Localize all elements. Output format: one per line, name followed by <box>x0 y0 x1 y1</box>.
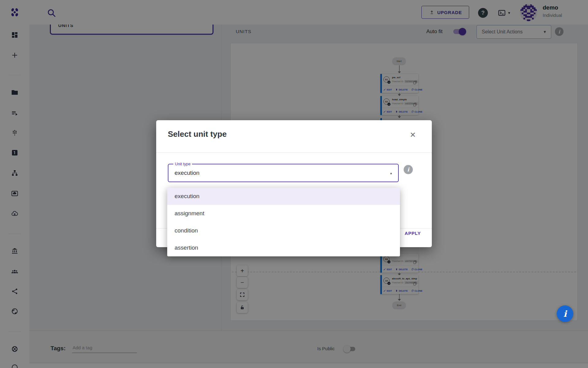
info-icon: i <box>564 309 567 319</box>
option-execution[interactable]: execution <box>167 188 400 205</box>
unit-type-info-button[interactable]: i <box>404 165 413 174</box>
option-condition[interactable]: condition <box>167 222 400 239</box>
dropdown-arrow-icon: ▲ <box>390 171 393 175</box>
info-icon: i <box>407 167 409 173</box>
close-button[interactable]: ✕ <box>410 131 416 139</box>
option-assignment[interactable]: assignment <box>167 205 400 222</box>
option-assertion[interactable]: assertion <box>167 239 400 256</box>
close-icon: ✕ <box>410 131 416 139</box>
unit-type-field-label: Unit type <box>173 162 192 166</box>
apply-button[interactable]: APPLY <box>405 231 421 236</box>
unit-type-field-value: execution <box>175 170 199 176</box>
app-root: UNITS UPGRADE ? ▼ <box>0 0 588 368</box>
unit-type-select[interactable]: Unit type execution ▲ <box>168 164 399 182</box>
unit-type-dropdown-menu: execution assignment condition assertion <box>167 188 400 256</box>
dialog-divider <box>156 152 432 153</box>
floating-info-button[interactable]: i <box>557 305 573 322</box>
dialog-title: Select unit type <box>168 129 227 139</box>
